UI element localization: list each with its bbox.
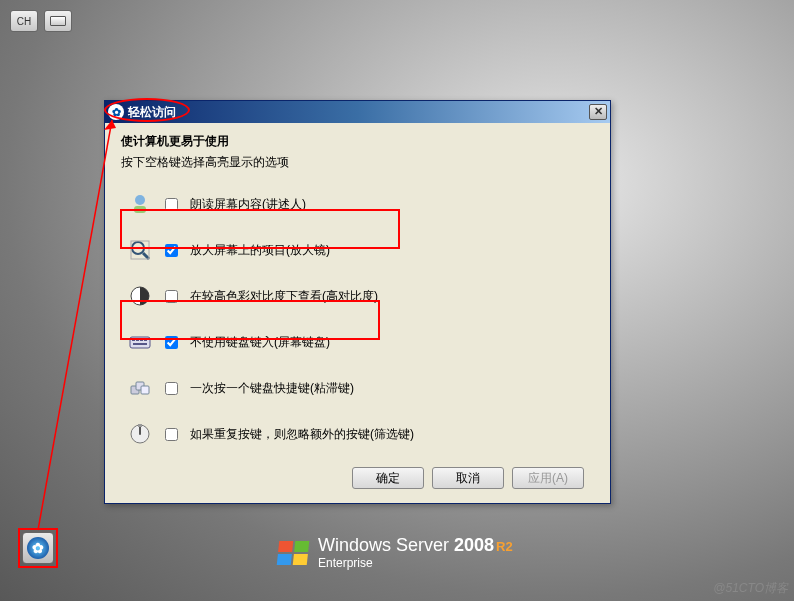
narrator-label: 朗读屏幕内容(讲述人) [190,196,306,213]
dialog-heading: 使计算机更易于使用 [121,133,594,150]
ok-button[interactable]: 确定 [352,467,424,489]
svg-rect-1 [134,206,146,213]
apply-button[interactable]: 应用(A) [512,467,584,489]
osk-label: 不使用键盘键入(屏幕键盘) [190,334,330,351]
svg-rect-7 [132,339,135,341]
ease-of-access-dialog: ✿ 轻松访问 ✕ 使计算机更易于使用 按下空格键选择高亮显示的选项 朗读屏幕内容… [104,100,611,504]
svg-line-3 [143,253,149,259]
option-filter-keys: 如果重复按键，则忽略额外的按键(筛选键) [121,411,594,457]
svg-rect-14 [141,386,149,394]
ease-of-access-corner-button[interactable]: ✿ [22,532,54,564]
osk-checkbox[interactable] [165,336,178,349]
svg-line-19 [38,120,112,530]
filter-keys-icon [127,421,153,447]
dialog-title: 轻松访问 [128,104,589,121]
language-button[interactable]: CH [10,10,38,32]
filter-keys-label: 如果重复按键，则忽略额外的按键(筛选键) [190,426,414,443]
svg-rect-9 [140,339,143,341]
magnifier-icon [127,237,153,263]
logo-edition: Enterprise [318,556,513,570]
close-button[interactable]: ✕ [589,104,607,120]
logo-main: Windows Server 2008R2 [318,535,513,556]
svg-point-2 [132,242,144,254]
logo-suffix: R2 [496,539,513,554]
contrast-icon [127,283,153,309]
svg-rect-10 [144,339,147,341]
dialog-content: 使计算机更易于使用 按下空格键选择高亮显示的选项 朗读屏幕内容(讲述人) 放大屏… [105,123,610,503]
dialog-buttons: 确定 取消 应用(A) [121,457,594,489]
option-high-contrast: 在较高色彩对比度下查看(高对比度) [121,273,594,319]
ease-of-access-icon: ✿ [108,104,124,120]
magnifier-checkbox[interactable] [165,244,178,257]
ease-of-access-corner-icon: ✿ [27,537,49,559]
cancel-button[interactable]: 取消 [432,467,504,489]
high-contrast-label: 在较高色彩对比度下查看(高对比度) [190,288,378,305]
svg-point-0 [135,195,145,205]
onscreen-keyboard-button[interactable] [44,10,72,32]
watermark: @51CTO博客 [713,580,788,597]
annotation-arrow [38,120,40,530]
svg-rect-11 [133,343,147,345]
option-onscreen-keyboard: 不使用键盘键入(屏幕键盘) [121,319,594,365]
windows-logo: Windows Server 2008R2 Enterprise [278,535,513,570]
title-bar: ✿ 轻松访问 ✕ [105,101,610,123]
svg-rect-18 [138,424,142,427]
sticky-keys-label: 一次按一个键盘快捷键(粘滞键) [190,380,354,397]
filter-keys-checkbox[interactable] [165,428,178,441]
lang-keyboard-bar: CH [10,10,72,32]
high-contrast-checkbox[interactable] [165,290,178,303]
option-magnifier: 放大屏幕上的项目(放大镜) [121,227,594,273]
sticky-keys-icon [127,375,153,401]
svg-rect-6 [130,337,150,348]
magnifier-label: 放大屏幕上的项目(放大镜) [190,242,330,259]
logo-year: 2008 [454,535,494,555]
logo-brand: Windows Server [318,535,449,555]
svg-rect-8 [136,339,139,341]
narrator-checkbox[interactable] [165,198,178,211]
option-sticky-keys: 一次按一个键盘快捷键(粘滞键) [121,365,594,411]
dialog-subheading: 按下空格键选择高亮显示的选项 [121,154,594,171]
windows-flag-icon [277,541,310,565]
narrator-icon [127,191,153,217]
option-narrator: 朗读屏幕内容(讲述人) [121,181,594,227]
sticky-keys-checkbox[interactable] [165,382,178,395]
keyboard-icon [50,16,66,26]
osk-icon [127,329,153,355]
